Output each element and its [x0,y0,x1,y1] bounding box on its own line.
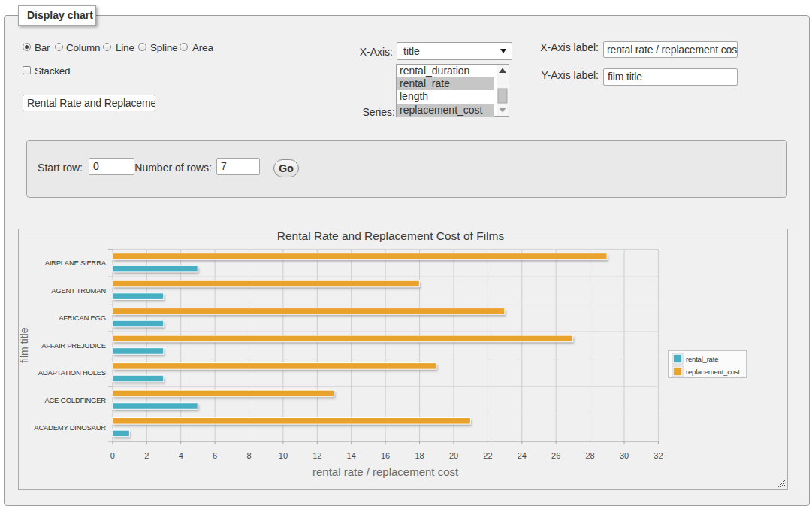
svg-text:replacement_cost: replacement_cost [686,368,740,376]
svg-text:14: 14 [347,451,356,460]
svg-text:6: 6 [213,451,217,460]
svg-text:AFRICAN EGG: AFRICAN EGG [59,314,106,322]
svg-text:24: 24 [518,451,527,460]
svg-text:4: 4 [179,451,183,460]
svg-text:AGENT TRUMAN: AGENT TRUMAN [51,286,106,295]
svg-text:0: 0 [110,451,115,460]
svg-text:8: 8 [246,451,251,460]
svg-text:AIRPLANE SIERRA: AIRPLANE SIERRA [45,259,107,267]
svg-text:22: 22 [483,451,492,460]
svg-text:ACADEMY DINOSAUR: ACADEMY DINOSAUR [34,423,106,432]
svg-text:12: 12 [312,451,321,460]
svg-text:30: 30 [620,451,629,460]
svg-text:32: 32 [654,451,663,460]
svg-text:AFFAIR PREJUDICE: AFFAIR PREJUDICE [41,341,106,350]
svg-text:ACE GOLDFINGER: ACE GOLDFINGER [44,396,106,404]
svg-text:16: 16 [381,451,390,460]
svg-text:18: 18 [415,451,424,460]
svg-text:28: 28 [585,451,594,460]
svg-text:2: 2 [144,451,149,460]
svg-text:10: 10 [279,451,288,460]
svg-text:rental rate / replacement cost: rental rate / replacement cost [312,465,459,478]
svg-text:rental_rate: rental_rate [686,355,718,363]
svg-text:film title: film title [19,327,30,363]
svg-text:Rental Rate and Replacement Co: Rental Rate and Replacement Cost of Film… [277,229,505,242]
svg-text:20: 20 [449,451,458,460]
svg-text:26: 26 [551,451,560,460]
svg-text:ADAPTATION HOLES: ADAPTATION HOLES [38,368,106,377]
